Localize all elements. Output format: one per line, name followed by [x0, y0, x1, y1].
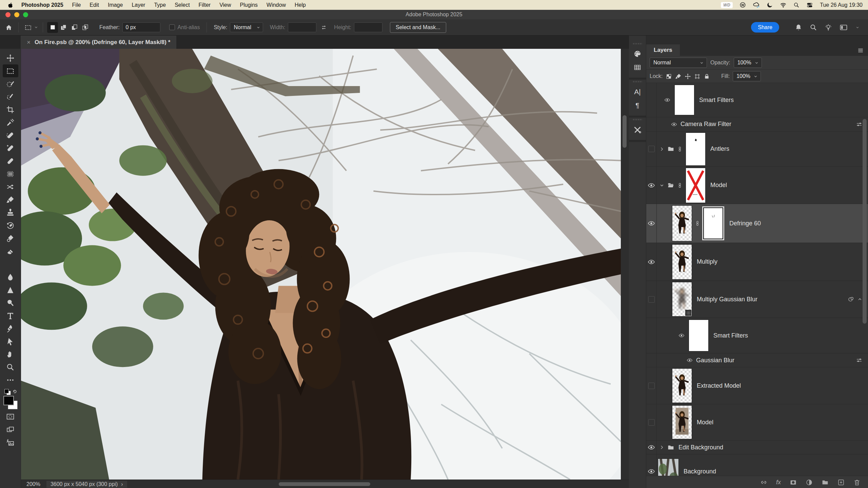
moon-icon[interactable] — [767, 2, 773, 8]
menu-help[interactable]: Help — [290, 2, 310, 8]
menu-app-name[interactable]: Photoshop 2025 — [17, 2, 68, 8]
eye-column[interactable] — [646, 367, 657, 404]
mask-link-icon[interactable] — [677, 146, 683, 152]
visibility-off-box[interactable] — [648, 146, 655, 152]
quick-mask-mode-button[interactable] — [3, 410, 18, 423]
default-swap-colors[interactable] — [4, 388, 17, 394]
fill-select[interactable]: 100% — [733, 71, 761, 81]
clone-stamp-tool[interactable] — [3, 206, 18, 219]
color-panel-icon[interactable] — [630, 47, 645, 61]
creative-cloud-sync-icon[interactable] — [753, 1, 760, 8]
width-input[interactable] — [288, 22, 316, 32]
menu-plugins[interactable]: Plugins — [236, 2, 262, 8]
generative-image-button[interactable] — [3, 436, 18, 449]
panel-menu-icon[interactable] — [857, 47, 864, 54]
hand-tool[interactable] — [3, 348, 18, 361]
swap-colors-icon[interactable] — [12, 388, 17, 394]
type-tool[interactable] — [3, 309, 18, 322]
menu-bar-clock[interactable]: Tue 26 Aug 19:30 — [820, 2, 863, 8]
eyedropper-tool[interactable] — [3, 116, 18, 129]
wd-badge[interactable]: WD — [721, 2, 733, 8]
layer-thumbnail-forest[interactable] — [658, 459, 679, 476]
lock-all-icon[interactable] — [704, 73, 710, 80]
remove-tool[interactable] — [3, 129, 18, 142]
wifi-icon[interactable] — [780, 2, 787, 8]
eraser-tool[interactable] — [3, 245, 18, 258]
document-tab[interactable]: × On Fire.psb @ 200% (Defringe 60, Layer… — [21, 36, 176, 49]
link-layers-icon[interactable] — [760, 479, 767, 486]
eye-column[interactable] — [646, 243, 657, 281]
share-button[interactable]: Share — [751, 22, 779, 33]
layer-label[interactable]: Smart Filters — [713, 332, 748, 339]
intersect-selection-icon[interactable] — [80, 22, 91, 33]
vertical-scrollbar-thumb[interactable] — [623, 115, 627, 148]
mask-link-icon[interactable] — [695, 220, 700, 227]
healing-brush-tool[interactable] — [3, 155, 18, 167]
visibility-eye-icon[interactable] — [648, 468, 655, 475]
canvas-vertical-scrollbar[interactable] — [621, 49, 629, 480]
menu-view[interactable]: View — [215, 2, 235, 8]
tab-layers[interactable]: Layers — [646, 44, 680, 56]
visibility-eye-icon[interactable] — [648, 182, 655, 189]
layer-row-edit-background[interactable]: Edit Background — [646, 441, 868, 454]
screen-mode-button[interactable] — [3, 423, 18, 436]
filter-label[interactable]: Gaussian Blur — [696, 357, 734, 364]
drag-grip[interactable] — [633, 119, 642, 120]
path-selection-tool[interactable] — [3, 335, 18, 348]
layer-row-smart-filters-2[interactable]: Smart Filters — [646, 318, 868, 353]
filter-settings-icon[interactable] — [856, 121, 863, 128]
layer-row-multiply-gaussian-blur[interactable]: Multiply Gaussian Blur — [646, 281, 868, 318]
eye-column[interactable] — [646, 167, 657, 204]
layer-row-model[interactable]: Model — [646, 404, 868, 441]
chevron-down-icon[interactable] — [34, 25, 39, 30]
eye-column[interactable] — [646, 353, 657, 367]
layer-mask-thumbnail-selected[interactable] — [703, 207, 723, 239]
layer-thumbnail-model[interactable] — [672, 205, 692, 241]
tool-preset-marquee-icon[interactable] — [23, 22, 34, 33]
eye-column[interactable] — [646, 454, 657, 476]
menu-window[interactable]: Window — [262, 2, 290, 8]
circled-w-icon[interactable] — [739, 2, 746, 8]
lock-position-icon[interactable] — [685, 73, 691, 80]
foreground-background-colors[interactable] — [3, 395, 18, 410]
add-layer-mask-icon[interactable] — [790, 479, 797, 486]
lock-pixels-icon[interactable] — [675, 73, 682, 80]
smart-filter-clip-icon[interactable] — [848, 296, 854, 303]
tools-panel-icon[interactable] — [630, 123, 645, 137]
lightbulb-icon[interactable] — [825, 24, 832, 31]
menu-filter[interactable]: Filter — [194, 2, 215, 8]
filter-mask-thumbnail[interactable] — [674, 85, 694, 115]
layer-label[interactable]: Multiply Gaussian Blur — [697, 296, 757, 303]
rectangular-marquee-tool[interactable] — [3, 64, 18, 77]
layer-label[interactable]: Model — [697, 419, 713, 426]
quick-selection-tool[interactable] — [3, 90, 18, 103]
layer-label[interactable]: Extracted Model — [697, 382, 741, 389]
chevron-right-icon[interactable] — [659, 146, 665, 152]
filter-mask-thumbnail[interactable] — [689, 320, 709, 351]
sharpen-tool[interactable] — [3, 283, 18, 296]
blur-tool[interactable] — [3, 270, 18, 283]
add-to-selection-icon[interactable] — [58, 22, 69, 33]
blend-mode-select[interactable]: Normal — [650, 58, 707, 68]
window-zoom-button[interactable] — [23, 12, 28, 17]
layer-row-extracted-model[interactable]: Extracted Model — [646, 367, 868, 404]
filter-label[interactable]: Camera Raw Filter — [680, 121, 731, 128]
layer-row-antlers[interactable]: Antlers — [646, 131, 868, 167]
menu-image[interactable]: Image — [103, 2, 127, 8]
document-canvas[interactable] — [21, 49, 621, 480]
opacity-select[interactable]: 100% — [734, 58, 762, 68]
home-button[interactable] — [3, 22, 14, 33]
pen-tool[interactable] — [3, 322, 18, 335]
document-info[interactable]: 3600 px x 5040 px (300 ppi) › — [46, 481, 127, 488]
eye-column[interactable] — [646, 117, 657, 131]
apple-menu-icon[interactable] — [7, 2, 14, 8]
crop-tool[interactable] — [3, 103, 18, 116]
edit-toolbar-button[interactable] — [3, 373, 18, 386]
swap-dimensions-icon[interactable] — [320, 24, 327, 31]
drag-grip[interactable] — [633, 81, 642, 82]
visibility-off-box[interactable] — [648, 419, 655, 426]
content-aware-move-tool[interactable] — [3, 180, 18, 193]
zoom-level[interactable]: 200% — [26, 481, 40, 487]
spot-healing-brush-tool[interactable] — [3, 142, 18, 155]
window-close-button[interactable] — [5, 12, 11, 17]
